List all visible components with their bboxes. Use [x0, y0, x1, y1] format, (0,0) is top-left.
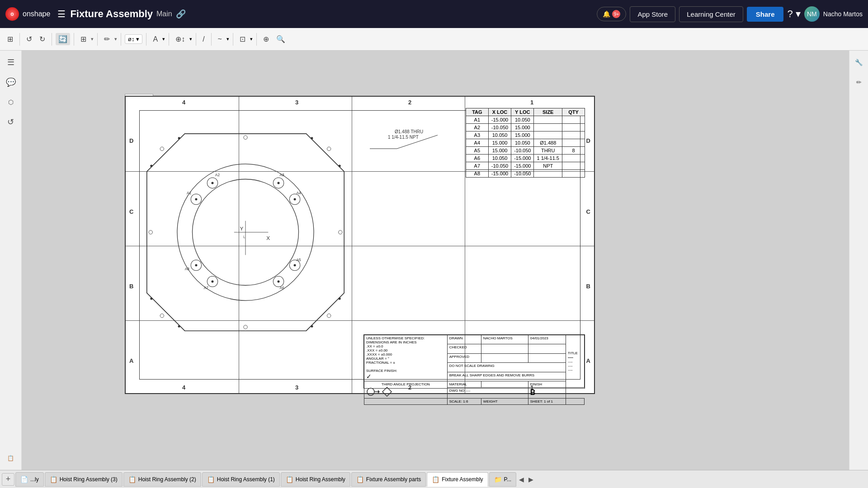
tab-label-hoist3: Hoist Ring Assembly (3)	[60, 476, 118, 483]
svg-text:X: X	[266, 235, 270, 241]
svg-point-46	[150, 165, 152, 167]
weight-label-cell: WEIGHT	[481, 399, 528, 405]
text-button[interactable]: A	[150, 33, 160, 45]
right-tools: 🔧 ✏	[849, 51, 868, 470]
tab-label-partial: ...ly	[30, 476, 39, 483]
hamburger-icon[interactable]: ☰	[57, 9, 66, 19]
undo-button[interactable]: ↺	[24, 33, 35, 45]
toolbar-divider-7	[169, 33, 169, 46]
toolbar-divider-11	[256, 33, 257, 46]
view-options-button[interactable]: 🔄	[56, 33, 70, 45]
tab-fixture-assembly[interactable]: 📋 Fixture Assembly	[427, 472, 488, 487]
bell-icon: 🔔	[603, 10, 610, 18]
sheet-num-cell	[566, 399, 585, 405]
bom-cell: -15.000	[511, 162, 534, 170]
sidebar-history-button[interactable]: ↺	[3, 114, 19, 130]
line-tool-button[interactable]: /	[200, 33, 207, 45]
title-label-in-block: TITLE	[568, 351, 582, 355]
drawn-label-cell: DRAWN	[447, 335, 481, 344]
svg-point-43	[311, 137, 313, 139]
appstore-button[interactable]: App Store	[630, 6, 675, 22]
tab-fixture-parts[interactable]: 📋 Fixture Assembly parts	[351, 472, 426, 487]
bom-header-xloc: X LOC	[488, 108, 511, 116]
user-area[interactable]: NM Nacho Martos	[804, 6, 863, 22]
view-symbol	[382, 386, 392, 397]
col-label-4: 4	[182, 99, 185, 106]
toolbar-divider-2	[52, 33, 52, 46]
link-icon[interactable]: 🔗	[176, 9, 186, 19]
view-icon: 🔄	[58, 35, 67, 43]
svg-marker-53	[382, 387, 392, 396]
tab-hoist0[interactable]: 📋 Hoist Ring Assembly	[281, 472, 350, 487]
svg-point-14	[211, 182, 213, 184]
draw-tool-button[interactable]: ✏	[101, 33, 113, 45]
tab-icon-p: 📁	[494, 476, 502, 483]
row-label-d-l: D	[129, 137, 133, 144]
tab-partial[interactable]: 📄 ...ly	[15, 472, 44, 487]
toolbar-divider-5	[121, 33, 121, 46]
tab-label-fixture-parts: Fixture Assembly parts	[366, 476, 421, 483]
tab-p[interactable]: 📁 P...	[489, 472, 516, 487]
logo-text: o	[10, 11, 14, 17]
right-tool-2[interactable]: ✏	[851, 74, 867, 90]
export-dropdown[interactable]: ▾	[250, 36, 253, 42]
toolbar-divider-10	[233, 33, 233, 46]
avatar-initials: NM	[807, 10, 817, 18]
tab-icon-partial: 📄	[20, 476, 28, 483]
bom-cell	[562, 116, 585, 124]
svg-point-32	[195, 264, 197, 267]
tab-nav-next[interactable]: ▶	[527, 475, 535, 484]
svg-point-34	[160, 147, 164, 150]
annotation-button[interactable]: ⊕↕	[173, 33, 188, 45]
help-button[interactable]: ? ▾	[787, 8, 800, 20]
spline-button[interactable]: ~	[215, 33, 225, 45]
bom-header-yloc: Y LOC	[511, 108, 534, 116]
measure-button[interactable]: ⊕	[260, 33, 272, 45]
notifications-button[interactable]: 🔔 9+	[597, 7, 626, 21]
col-label-3b: 3	[295, 384, 298, 391]
bom-cell: -15.000	[488, 116, 511, 124]
check-button[interactable]: 🔍	[274, 33, 288, 45]
bom-table-row: A310.05015.000	[466, 131, 585, 139]
svg-text:A7: A7	[204, 286, 209, 290]
row-label-a-r: A	[586, 357, 590, 364]
svg-point-42	[178, 137, 180, 139]
add-tab-button[interactable]: +	[2, 473, 14, 486]
svg-point-44	[178, 325, 180, 328]
sidebar-parts-button[interactable]: ⬡	[3, 94, 19, 110]
share-button[interactable]: Share	[747, 7, 784, 22]
tab-hoist2[interactable]: 📋 Hoist Ring Assembly (2)	[123, 472, 201, 487]
bom-cell: -10.050	[511, 170, 534, 178]
sidebar-extra-button[interactable]: 📋	[3, 450, 19, 466]
export-button[interactable]: ⊡	[237, 33, 248, 45]
svg-point-45	[311, 325, 313, 328]
text-dropdown[interactable]: ▾	[162, 36, 165, 42]
title-area-cell: TITLE ---- ---- ---- ----	[566, 335, 585, 388]
sheet-label: SHEET	[530, 399, 542, 404]
insert-view-button[interactable]: ⊞	[78, 33, 89, 45]
learning-center-button[interactable]: Learning Center	[679, 6, 743, 22]
size-label: B	[530, 389, 536, 396]
spline-dropdown[interactable]: ▾	[226, 36, 229, 42]
redo-button[interactable]: ↻	[37, 33, 48, 45]
canvas-area[interactable]: Sheet1 4 3 2 1 4 3 2 1 D	[22, 51, 849, 470]
sidebar-menu-button[interactable]: ☰	[3, 54, 19, 70]
properties-button[interactable]: ⊞	[5, 33, 16, 45]
bom-cell: Ø1.488	[534, 139, 562, 147]
dimension-dropdown[interactable]: ø↕ ▾	[125, 34, 142, 44]
annotation-dropdown[interactable]: ▾	[189, 36, 192, 42]
tab-hoist1[interactable]: 📋 Hoist Ring Assembly (1)	[202, 472, 280, 487]
right-tool-1[interactable]: 🔧	[851, 54, 867, 70]
sidebar-comments-button[interactable]: 💬	[3, 74, 19, 90]
tab-label-p: P...	[504, 476, 511, 483]
scale-label-cell: SCALE: 1:6	[447, 399, 481, 405]
title-block: UNLESS OTHERWISE SPECIFIED: DIMENSIONS A…	[363, 334, 585, 389]
bom-cell: -15.000	[511, 155, 534, 162]
svg-point-38	[244, 136, 247, 139]
tab-nav-prev[interactable]: ◀	[517, 475, 526, 484]
bom-table: TAG X LOC Y LOC SIZE QTY A1-15.00010.050…	[466, 108, 585, 178]
bom-cell: THRU	[534, 147, 562, 155]
material-value-cell	[481, 381, 528, 388]
bom-cell	[562, 139, 585, 147]
tab-hoist3[interactable]: 📋 Hoist Ring Assembly (3)	[45, 472, 123, 487]
